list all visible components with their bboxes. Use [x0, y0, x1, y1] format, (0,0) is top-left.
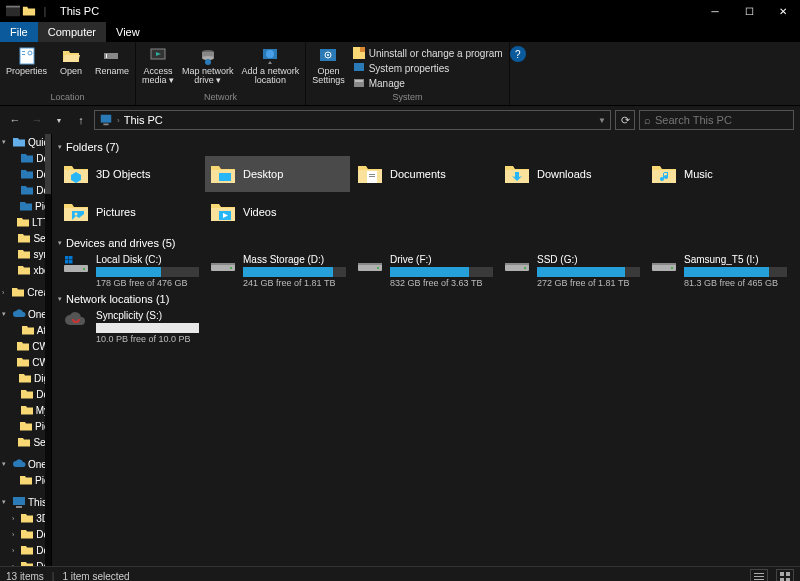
section-network[interactable]: ▾ Network locations (1) — [58, 290, 794, 308]
tree-item[interactable]: ›3D — [0, 510, 51, 526]
tree-item[interactable]: syn — [0, 246, 51, 262]
svg-rect-24 — [103, 124, 108, 126]
rename-button[interactable]: Rename — [93, 44, 131, 92]
svg-point-42 — [230, 267, 232, 269]
tree-item[interactable]: My — [0, 402, 51, 418]
search-box[interactable]: ⌕ — [639, 110, 794, 130]
tab-view[interactable]: View — [106, 22, 150, 42]
svg-rect-54 — [754, 579, 764, 580]
tree-item[interactable]: Ser — [0, 434, 51, 450]
folder-item[interactable]: Videos — [205, 194, 350, 230]
tree-item[interactable]: Do — [0, 166, 51, 182]
drive-item[interactable]: Mass Storage (D:)241 GB free of 1.81 TB — [205, 252, 350, 290]
back-button[interactable]: ← — [6, 111, 24, 129]
svg-rect-37 — [69, 256, 73, 260]
view-details-button[interactable] — [750, 569, 768, 582]
svg-rect-50 — [652, 263, 676, 265]
svg-point-35 — [83, 268, 85, 270]
close-button[interactable]: ✕ — [766, 0, 800, 22]
section-folders[interactable]: ▾ Folders (7) — [58, 138, 794, 156]
minimize-button[interactable]: ─ — [698, 0, 732, 22]
drive-usage-bar — [96, 267, 199, 277]
tree-item[interactable]: Pic — [0, 198, 51, 214]
svg-rect-53 — [754, 576, 764, 577]
drive-name: Syncplicity (S:) — [96, 310, 199, 321]
tree-item[interactable]: ›De — [0, 526, 51, 542]
svg-rect-56 — [786, 572, 790, 576]
tree-item[interactable]: ▾This — [0, 494, 51, 510]
chevron-down-icon: ▾ — [58, 143, 62, 151]
tree-item[interactable]: Do — [0, 182, 51, 198]
maximize-button[interactable]: ☐ — [732, 0, 766, 22]
drive-item[interactable]: Samsung_T5 (I:)81.3 GB free of 465 GB — [646, 252, 791, 290]
open-button[interactable]: Open — [53, 44, 89, 92]
chevron-down-icon: ▾ — [58, 239, 62, 247]
map-drive-button[interactable]: Map network drive ▾ — [180, 44, 236, 92]
tree-item[interactable]: ›Do — [0, 542, 51, 558]
drive-usage-bar — [96, 323, 199, 333]
folder-item[interactable]: Music — [646, 156, 791, 192]
drive-item[interactable]: Drive (F:)832 GB free of 3.63 TB — [352, 252, 497, 290]
tree-item[interactable]: CW — [0, 338, 51, 354]
access-media-button[interactable]: Access media ▾ — [140, 44, 176, 92]
up-button[interactable]: ↑ — [72, 111, 90, 129]
section-drives[interactable]: ▾ Devices and drives (5) — [58, 234, 794, 252]
network-location-item[interactable]: Syncplicity (S:)10.0 PB free of 10.0 PB — [58, 308, 203, 346]
view-icons-button[interactable] — [776, 569, 794, 582]
tree-item[interactable]: ▾Onel — [0, 456, 51, 472]
drive-name: Mass Storage (D:) — [243, 254, 346, 265]
tree-item[interactable]: LTT — [0, 214, 51, 230]
tab-file[interactable]: File — [0, 22, 38, 42]
folder-item[interactable]: Desktop — [205, 156, 350, 192]
add-location-button[interactable]: Add a network location — [240, 44, 302, 92]
folder-item[interactable]: Downloads — [499, 156, 644, 192]
svg-rect-41 — [211, 263, 235, 265]
tree-item[interactable]: Pic — [0, 472, 51, 488]
svg-rect-38 — [65, 260, 69, 264]
status-item-count: 13 items — [6, 571, 44, 581]
svg-rect-1 — [6, 6, 20, 8]
ribbon-group-location: Properties Open Rename Location — [0, 42, 136, 105]
search-input[interactable] — [655, 114, 789, 126]
tree-item[interactable]: Do — [0, 386, 51, 402]
help-icon[interactable]: ? — [510, 46, 526, 62]
refresh-button[interactable]: ⟳ — [615, 110, 635, 130]
open-settings-button[interactable]: Open Settings — [310, 44, 347, 92]
properties-button[interactable]: Properties — [4, 44, 49, 92]
folder-item[interactable]: Pictures — [58, 194, 203, 230]
qat-folder-icon[interactable] — [22, 4, 36, 18]
svg-point-48 — [524, 267, 526, 269]
address-bar[interactable]: › This PC ▼ — [94, 110, 611, 130]
tree-item[interactable]: De — [0, 150, 51, 166]
forward-button[interactable]: → — [28, 111, 46, 129]
pc-icon — [99, 113, 113, 127]
uninstall-program-button[interactable]: Uninstall or change a program — [351, 46, 505, 60]
svg-point-45 — [377, 267, 379, 269]
folder-item[interactable]: 3D Objects — [58, 156, 203, 192]
chevron-down-icon[interactable]: ▼ — [598, 116, 606, 125]
drive-item[interactable]: SSD (G:)272 GB free of 1.81 TB — [499, 252, 644, 290]
tree-item[interactable]: ›Crea — [0, 284, 51, 300]
manage-button[interactable]: Manage — [351, 76, 505, 90]
tree-item[interactable]: Att — [0, 322, 51, 338]
nav-tree[interactable]: ▾QuicDeDoDoPicLTTSersynxbc›Crea▾OnelAttC… — [0, 134, 52, 566]
history-dropdown[interactable]: ▼ — [50, 111, 68, 129]
tree-item[interactable]: Ser — [0, 230, 51, 246]
svg-rect-36 — [65, 256, 69, 260]
sidebar-scrollbar[interactable] — [45, 134, 51, 566]
tab-computer[interactable]: Computer — [38, 22, 106, 42]
tree-item[interactable]: Pic — [0, 418, 51, 434]
tree-item[interactable]: CW — [0, 354, 51, 370]
svg-rect-26 — [16, 506, 22, 508]
tree-item[interactable]: xbc — [0, 262, 51, 278]
drive-item[interactable]: Local Disk (C:)178 GB free of 476 GB — [58, 252, 203, 290]
folder-item[interactable]: Documents — [352, 156, 497, 192]
svg-point-17 — [327, 54, 329, 56]
system-properties-button[interactable]: System properties — [351, 61, 505, 75]
tree-item[interactable]: ›Do — [0, 558, 51, 566]
svg-rect-27 — [219, 173, 231, 181]
tree-item[interactable]: ▾Onel — [0, 306, 51, 322]
drive-name: Samsung_T5 (I:) — [684, 254, 787, 265]
tree-item[interactable]: Dig — [0, 370, 51, 386]
tree-item[interactable]: ▾Quic — [0, 134, 51, 150]
